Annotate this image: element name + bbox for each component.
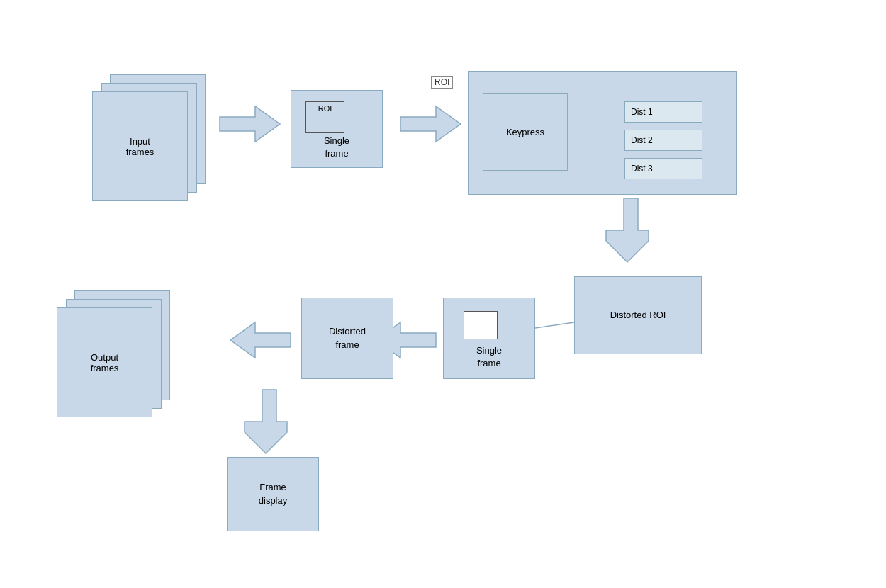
- roi-inner-label: ROI: [318, 104, 332, 113]
- distorted-frame-label: Distortedframe: [329, 325, 366, 351]
- svg-marker-7: [245, 390, 287, 453]
- dist1-label: Dist 1: [631, 107, 653, 117]
- keypress-container: Keypress Dist 1 Dist 2 Dist 3: [468, 71, 737, 195]
- svg-marker-1: [220, 106, 280, 142]
- single-frame-bottom-label: Singleframe: [476, 344, 502, 370]
- keypress-box: Keypress: [483, 93, 568, 171]
- dist3-box: Dist 3: [624, 158, 702, 179]
- output-frames-stack: Outputframes: [57, 290, 177, 411]
- dist2-label: Dist 2: [631, 135, 653, 145]
- output-frames-label: Outputframes: [91, 352, 119, 373]
- diagram-container: Inputframes ROI Singleframe ROI Keypress…: [0, 0, 886, 588]
- input-frames-stack: Inputframes: [92, 74, 213, 195]
- roi-floating-label: ROI: [431, 76, 453, 89]
- input-frames-label: Inputframes: [126, 136, 155, 157]
- svg-marker-2: [400, 106, 461, 142]
- svg-marker-6: [230, 322, 291, 358]
- distorted-frame-box: Distortedframe: [301, 298, 393, 379]
- single-frame-top: ROI Singleframe: [291, 90, 383, 168]
- dist1-box: Dist 1: [624, 101, 702, 123]
- keypress-label: Keypress: [506, 127, 544, 137]
- dist3-label: Dist 3: [631, 164, 653, 174]
- frame-display-label: Framedisplay: [259, 481, 287, 507]
- roi-inner-box-bottom: [464, 311, 498, 339]
- frame-display-box: Framedisplay: [227, 457, 319, 531]
- dist2-box: Dist 2: [624, 130, 702, 151]
- svg-marker-3: [606, 198, 649, 262]
- distorted-roi-label: Distorted ROI: [610, 309, 666, 322]
- roi-inner-box-top: ROI: [305, 101, 344, 133]
- single-frame-top-label: Singleframe: [324, 135, 349, 160]
- single-frame-bottom: Singleframe: [443, 298, 535, 379]
- distorted-roi-box: Distorted ROI: [574, 276, 702, 354]
